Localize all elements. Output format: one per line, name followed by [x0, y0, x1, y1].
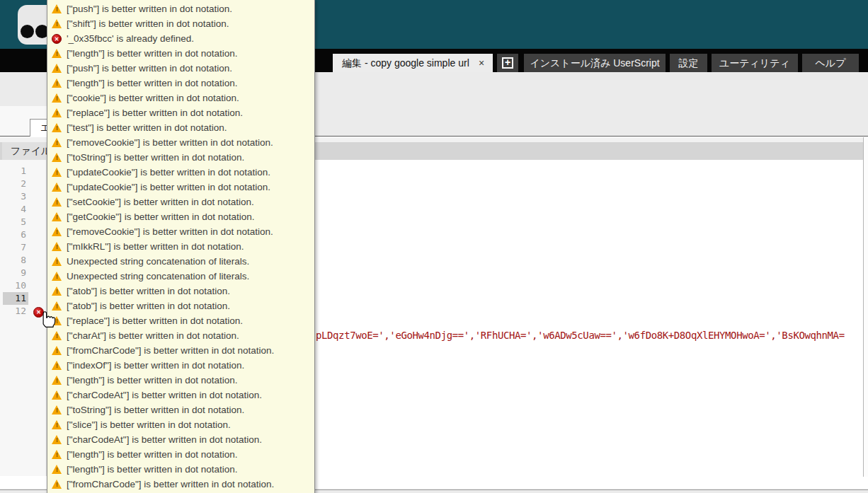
warning-icon: !	[52, 434, 62, 445]
lint-message-text: ["test"] is better written in dot notati…	[67, 122, 227, 133]
mouse-cursor	[37, 306, 58, 329]
lint-message-row: ! ["push"] is better written in dot nota…	[52, 61, 309, 76]
warning-icon: !	[52, 93, 62, 103]
lint-message-text: ["cookie"] is better written in dot nota…	[67, 93, 239, 103]
warning-icon: !	[52, 182, 62, 192]
lint-message-text: '_0x35fbcc' is already defined.	[67, 33, 194, 44]
lint-message-text: ["removeCookie"] is better written in do…	[67, 226, 273, 237]
line-number-10: 10	[0, 279, 28, 292]
warning-icon: !	[52, 18, 62, 29]
lint-message-text: ["length"] is better written in dot nota…	[67, 449, 237, 460]
lint-message-text: ["updateCookie"] is better written in do…	[67, 167, 270, 178]
lint-message-text: ["indexOf"] is better written in dot not…	[67, 360, 244, 371]
lint-message-row: ! ["push"] is better written in dot nota…	[52, 1, 309, 16]
lint-message-text: ["mIkkRL"] is better written in dot nota…	[67, 241, 244, 252]
lint-message-text: ["charAt"] is better written in dot nota…	[67, 330, 239, 341]
lint-message-row: ! ["test"] is better written in dot nota…	[52, 120, 309, 135]
vertical-scrollbar[interactable]	[863, 137, 868, 477]
line-number-7: 7	[0, 241, 28, 254]
lint-message-text: ["replace"] is better written in dot not…	[67, 108, 243, 118]
lint-message-text: ["push"] is better written in dot notati…	[67, 4, 232, 14]
lint-message-row: ! ["toString"] is better written in dot …	[52, 150, 309, 165]
warning-icon: !	[52, 390, 62, 400]
warning-icon: !	[52, 286, 62, 296]
lint-message-text: ["updateCookie"] is better written in do…	[67, 182, 270, 192]
lint-tooltip: ! ["push"] is better written in dot nota…	[47, 0, 315, 493]
lint-message-row: ! ["replace"] is better written in dot n…	[52, 313, 309, 328]
lint-message-text: ["removeCookie"] is better written in do…	[67, 137, 273, 148]
warning-icon: !	[52, 48, 62, 59]
lint-message-text: ["toString"] is better written in dot no…	[67, 405, 244, 415]
warning-icon: !	[52, 211, 62, 222]
line-number-1: 1	[0, 165, 28, 178]
lint-message-row: ! ["charCodeAt"] is better written in do…	[52, 388, 309, 402]
warning-icon: !	[52, 419, 62, 430]
lint-message-row: ! ["replace"] is better written in dot n…	[52, 105, 309, 120]
error-icon: ✕	[52, 33, 62, 44]
lint-message-row: ! ["fromCharCode"] is better written in …	[52, 477, 309, 492]
warning-icon: !	[52, 330, 62, 341]
tab-settings[interactable]: 設定	[670, 54, 707, 72]
tab-help[interactable]: ヘルプ	[802, 54, 859, 72]
lint-message-row: ! ["cookie"] is better written in dot no…	[52, 91, 309, 105]
tab-utilities[interactable]: ユーティリティ	[712, 54, 798, 72]
lint-message-text: ["atob"] is better written in dot notati…	[67, 286, 230, 296]
warning-icon: !	[52, 197, 62, 207]
lint-message-text: ["replace"] is better written in dot not…	[67, 315, 243, 326]
lint-message-row: ! ["updateCookie"] is better written in …	[52, 180, 309, 195]
lint-message-text: ["length"] is better written in dot nota…	[67, 78, 237, 88]
lint-message-text: ["length"] is better written in dot nota…	[67, 48, 237, 59]
lint-message-row: ! ["length"] is better written in dot no…	[52, 447, 309, 462]
lint-message-row: ! ["atob"] is better written in dot nota…	[52, 298, 309, 313]
warning-icon: !	[52, 152, 62, 163]
warning-icon: !	[52, 122, 62, 133]
lint-message-row: ! ["fromCharCode"] is better written in …	[52, 343, 309, 358]
lint-message-text: ["fromCharCode"] is better written in do…	[67, 479, 274, 489]
lint-message-row: ! ["length"] is better written in dot no…	[52, 46, 309, 61]
line-number-9: 9	[0, 267, 28, 279]
line-number-11: 11	[3, 292, 28, 305]
lint-message-row: ! Unexpected string concatenation of lit…	[52, 269, 309, 284]
lint-message-row: ! ["length"] is better written in dot no…	[52, 462, 309, 477]
lint-message-row: ! ["atob"] is better written in dot nota…	[52, 284, 309, 298]
lint-message-row: ! ["charAt"] is better written in dot no…	[52, 328, 309, 343]
lint-message-row: ! ["slice"] is better written in dot not…	[52, 417, 309, 432]
lint-message-row: ! ["removeCookie"] is better written in …	[52, 224, 309, 239]
tab-edit-script[interactable]: 編集 - copy google simple url ×	[333, 54, 493, 72]
lint-message-text: ["fromCharCode"] is better written in do…	[67, 345, 274, 356]
lint-message-row: ! ["shift"] is better written in dot not…	[52, 16, 309, 31]
lint-message-text: ["setCookie"] is better written in dot n…	[67, 197, 254, 207]
warning-icon: !	[52, 449, 62, 460]
lint-message-row: ! ["removeCookie"] is better written in …	[52, 135, 309, 150]
lint-message-text: ["toString"] is better written in dot no…	[67, 152, 244, 163]
warning-icon: !	[52, 226, 62, 237]
tab-edit-script-label: 編集 - copy google simple url	[342, 57, 469, 69]
lint-message-text: Unexpected string concatenation of liter…	[67, 256, 249, 267]
lint-message-text: ["charCodeAt"] is better written in dot …	[67, 434, 262, 445]
line-number-2: 2	[0, 178, 28, 190]
warning-icon: !	[52, 464, 62, 475]
warning-icon: !	[52, 345, 62, 356]
new-script-button[interactable]: +	[497, 54, 518, 72]
warning-icon: !	[52, 479, 62, 489]
warning-icon: !	[52, 256, 62, 267]
warning-icon: !	[52, 63, 62, 74]
lint-message-text: ["shift"] is better written in dot notat…	[67, 18, 229, 29]
lint-message-row: ✕ '_0x35fbcc' is already defined.	[52, 31, 309, 46]
warning-icon: !	[52, 137, 62, 148]
lint-message-text: ["getCookie"] is better written in dot n…	[67, 211, 254, 222]
warning-icon: !	[52, 405, 62, 415]
lint-message-text: ["charCodeAt"] is better written in dot …	[67, 390, 262, 400]
tab-installed-userscripts[interactable]: インストール済み UserScript	[524, 54, 666, 72]
lint-message-row: ! ["setCookie"] is better written in dot…	[52, 195, 309, 209]
lint-message-text: ["push"] is better written in dot notati…	[67, 63, 232, 74]
lint-message-row: ! ["toString"] is better written in dot …	[52, 402, 309, 417]
close-icon[interactable]: ×	[476, 54, 486, 72]
code-line-12[interactable]: pLDqzt7woE=','eGoHw4nDjg==','RFhUCHA=','…	[316, 330, 845, 342]
warning-icon: !	[52, 108, 62, 118]
warning-icon: !	[52, 167, 62, 178]
line-number-4: 4	[0, 203, 28, 216]
lint-message-text: Unexpected string concatenation of liter…	[67, 271, 249, 282]
lint-message-text: ["length"] is better written in dot nota…	[67, 464, 237, 475]
warning-icon: !	[52, 241, 62, 252]
